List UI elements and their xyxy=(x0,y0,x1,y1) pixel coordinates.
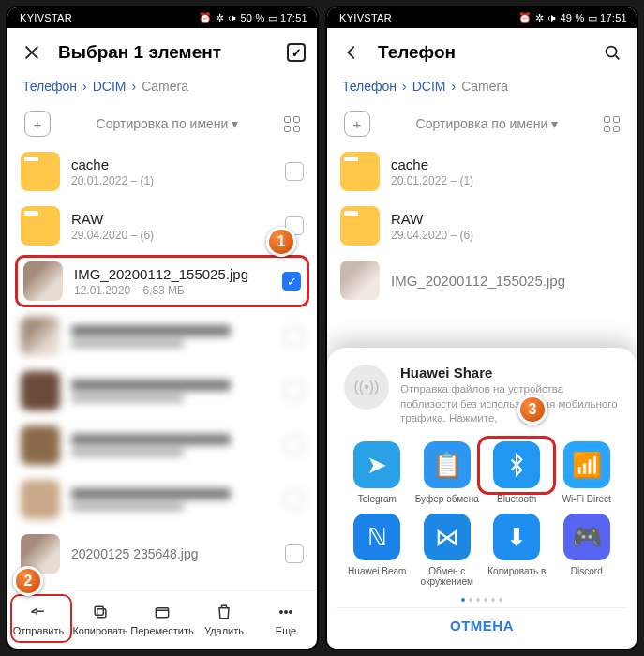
list-item[interactable]: IMG_20200112_155025.jpg xyxy=(327,253,637,307)
new-folder-button[interactable]: + xyxy=(344,111,370,137)
search-icon[interactable] xyxy=(599,39,625,66)
new-folder-button[interactable]: + xyxy=(24,111,51,137)
step-badge-1: 1 xyxy=(266,227,296,257)
selection-header: Выбран 1 элемент xyxy=(7,28,317,77)
crumb-root[interactable]: Телефон xyxy=(22,79,77,94)
share-copyto[interactable]: ⬇Копировать в xyxy=(483,514,550,587)
share-nearby[interactable]: ⋈Обмен с окружением xyxy=(413,514,481,587)
svg-rect-1 xyxy=(95,606,103,615)
breadcrumb: Телефон› DCIM› Camera xyxy=(327,77,637,103)
huawei-share-title: Huawei Share xyxy=(400,365,620,380)
sort-button[interactable]: Сортировка по имени▾ xyxy=(370,116,604,131)
huawei-share-icon: ((•)) xyxy=(344,365,389,410)
list-item[interactable]: cache 20.01.2022 – (1) xyxy=(327,144,637,199)
breadcrumb: Телефон › DCIM › Camera xyxy=(7,77,317,103)
more-button[interactable]: Еще xyxy=(258,603,314,636)
sort-row: + Сортировка по имени▾ xyxy=(327,103,637,144)
page-title: Телефон xyxy=(378,42,599,63)
move-button[interactable]: Переместить xyxy=(134,603,190,636)
delete-button[interactable]: Удалить xyxy=(196,603,252,636)
share-telegram[interactable]: ➤Telegram xyxy=(343,441,411,504)
svg-rect-0 xyxy=(97,608,106,617)
svg-point-3 xyxy=(280,610,283,613)
image-thumb xyxy=(340,261,380,300)
step-badge-2: 2 xyxy=(13,566,43,596)
list-item[interactable]: RAW 29.04.2020 – (6) xyxy=(327,199,637,253)
select-all-button[interactable] xyxy=(287,43,306,62)
share-sheet: ((•)) Huawei Share Отправка файлов на ус… xyxy=(327,348,637,649)
image-thumb xyxy=(23,261,63,301)
checkbox-checked[interactable] xyxy=(282,272,301,291)
browse-header: Телефон xyxy=(327,28,637,77)
checkbox[interactable] xyxy=(285,162,304,181)
svg-point-4 xyxy=(285,610,288,613)
close-icon[interactable] xyxy=(19,39,45,66)
folder-icon xyxy=(21,152,60,191)
crumb-current: Camera xyxy=(142,79,188,94)
back-icon[interactable] xyxy=(338,39,365,66)
statusbar: KYIVSTAR ⏰✲🕩 49 % ▭ 17:51 xyxy=(327,7,637,28)
share-bluetooth[interactable]: Bluetooth xyxy=(483,441,550,504)
svg-point-6 xyxy=(607,47,617,57)
sort-row: + Сортировка по имени▾ xyxy=(7,103,317,144)
cancel-button[interactable]: ОТМЕНА xyxy=(337,607,627,639)
step-badge-3: 3 xyxy=(517,395,547,425)
copy-button[interactable]: Копировать xyxy=(72,603,128,636)
grid-view-icon[interactable] xyxy=(604,116,620,132)
list-item-selected[interactable]: IMG_20200112_155025.jpg 12.01.2020 – 6,8… xyxy=(15,255,309,307)
page-title: Выбран 1 элемент xyxy=(58,42,287,63)
svg-rect-2 xyxy=(156,607,168,617)
grid-view-icon[interactable] xyxy=(284,116,300,132)
crumb-dcim[interactable]: DCIM xyxy=(93,79,127,94)
share-clipboard[interactable]: 📋Буфер обмена xyxy=(413,441,481,504)
folder-icon xyxy=(340,206,380,246)
share-discord[interactable]: 🎮Discord xyxy=(553,514,621,587)
share-wifidirect[interactable]: 📶Wi-Fi Direct xyxy=(553,441,621,504)
sort-button[interactable]: Сортировка по имени▾ xyxy=(51,116,284,131)
folder-icon xyxy=(21,206,60,246)
list-item[interactable]: cache 20.01.2022 – (1) xyxy=(7,144,317,199)
share-huaweibeam[interactable]: ℕHuawei Beam xyxy=(343,514,411,587)
page-dots xyxy=(337,587,627,607)
huawei-share-desc: Отправка файлов на устройства поблизости… xyxy=(400,382,620,426)
statusbar: KYIVSTAR ⏰✲🕩 50 % ▭ 17:51 xyxy=(7,7,317,28)
folder-icon xyxy=(340,152,380,191)
svg-point-5 xyxy=(290,610,292,613)
highlight-send xyxy=(10,594,72,643)
